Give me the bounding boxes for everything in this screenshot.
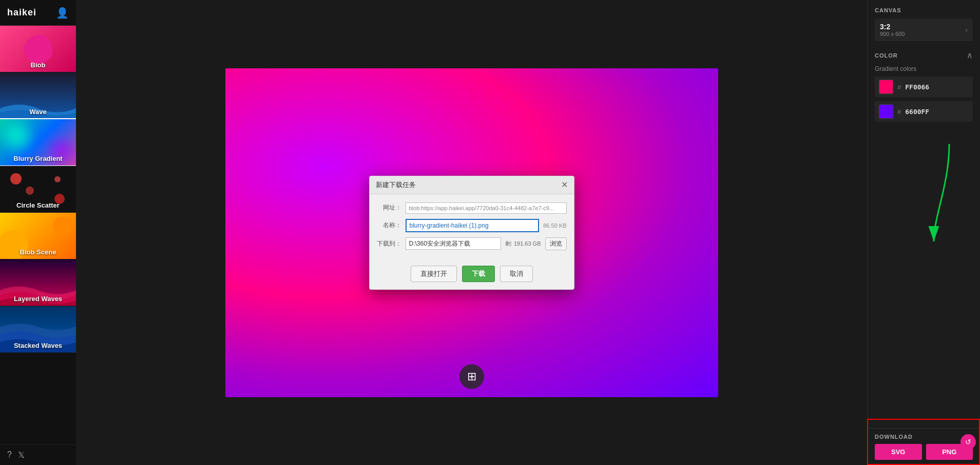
dialog-path-remaining: 剩: 191.63 GB xyxy=(505,240,541,248)
dialog-path-row: 下载到： 剩: 191.63 GB 浏览 xyxy=(377,237,567,250)
canvas-wrapper: 新建下载任务 ✕ 网址： 名称： 86.50 KB xyxy=(225,68,718,397)
hash-2: # xyxy=(897,108,901,116)
canvas-size-info: 3:2 900 x 600 xyxy=(880,23,905,37)
dialog-url-input[interactable] xyxy=(406,202,567,214)
dialog-path-input[interactable] xyxy=(406,237,501,250)
wave-thumb: Wave xyxy=(0,72,76,119)
sidebar-bottom: ? 𝕏 xyxy=(0,444,76,465)
color-hex-1: FF0066 xyxy=(905,83,929,91)
blurry-gradient-label: Blurry Gradient xyxy=(0,153,76,165)
download-section: DOWNLOAD SVG PNG xyxy=(868,428,980,465)
sidebar-item-blob-scene[interactable]: Blob Scene xyxy=(0,213,76,259)
dialog-filename-input[interactable] xyxy=(406,219,540,232)
sidebar-item-wave[interactable]: Wave xyxy=(0,72,76,119)
blob-scene-label: Blob Scene xyxy=(0,246,76,259)
canvas-size-chevron: › xyxy=(965,26,968,34)
sidebar-item-blurry-gradient[interactable]: Blurry Gradient xyxy=(0,119,76,166)
blob-scene-thumb: Blob Scene xyxy=(0,213,76,259)
download-buttons: SVG PNG xyxy=(875,444,973,460)
dialog-name-row: 名称： 86.50 KB xyxy=(377,219,567,232)
download-dialog: 新建下载任务 ✕ 网址： 名称： 86.50 KB xyxy=(369,176,574,290)
dialog-name-label: 名称： xyxy=(377,221,401,230)
download-svg-button[interactable]: SVG xyxy=(875,444,922,460)
dialog-close-button[interactable]: ✕ xyxy=(561,181,568,189)
right-panel: CANVAS 3:2 900 x 600 › COLOR ∧ Gradient … xyxy=(867,0,980,465)
canvas-ratio: 3:2 xyxy=(880,23,905,31)
canvas-size-row[interactable]: 3:2 900 x 600 › xyxy=(875,18,973,41)
download-title: DOWNLOAD xyxy=(875,434,973,440)
color-collapse-button[interactable]: ∧ xyxy=(967,50,973,60)
circle-scatter-label: Circle Scatter xyxy=(0,199,76,212)
green-arrow-annotation xyxy=(929,144,970,247)
color-section: COLOR ∧ Gradient colors # FF0066 # 6600F… xyxy=(875,50,973,126)
blurry-gradient-thumb: Blurry Gradient xyxy=(0,119,76,165)
dialog-path-label: 下载到： xyxy=(377,239,401,248)
twitter-icon[interactable]: 𝕏 xyxy=(18,450,25,460)
sidebar-header: haikei 👤 xyxy=(0,0,76,26)
gradient-colors-label: Gradient colors xyxy=(875,65,973,72)
sidebar-item-blob[interactable]: Blob xyxy=(0,26,76,72)
color-section-header: COLOR ∧ xyxy=(875,50,973,60)
stacked-waves-thumb: Stacked Waves xyxy=(0,306,76,352)
layered-waves-label: Layered Waves xyxy=(0,293,76,306)
dialog-open-button[interactable]: 直接打开 xyxy=(411,266,457,282)
circle-scatter-thumb: Circle Scatter xyxy=(0,166,76,212)
dialog-cancel-button[interactable]: 取消 xyxy=(500,266,533,282)
dialog-url-label: 网址： xyxy=(377,203,401,212)
dialog-url-row: 网址： xyxy=(377,202,567,214)
canvas-section-title: CANVAS xyxy=(875,7,973,13)
canvas-dims: 900 x 600 xyxy=(880,31,905,37)
main-canvas-area: 新建下载任务 ✕ 网址： 名称： 86.50 KB xyxy=(76,0,867,465)
dialog-filesize: 86.50 KB xyxy=(543,222,566,229)
dialog-browse-button[interactable]: 浏览 xyxy=(545,237,567,250)
dialog-download-button[interactable]: 下载 xyxy=(462,266,495,282)
color-row-2[interactable]: # 6600FF xyxy=(875,101,973,122)
download-png-button[interactable]: PNG xyxy=(926,444,973,460)
help-icon[interactable]: ? xyxy=(7,450,12,460)
color-swatch-1 xyxy=(879,80,893,94)
color-section-title: COLOR xyxy=(875,52,898,59)
color-swatch-2 xyxy=(879,104,893,119)
hash-1: # xyxy=(897,83,901,91)
sidebar-item-circle-scatter[interactable]: Circle Scatter xyxy=(0,166,76,213)
wave-label: Wave xyxy=(0,106,76,119)
color-row-1[interactable]: # FF0066 xyxy=(875,77,973,97)
dialog-body: 网址： 名称： 86.50 KB 下载到： 剩: 191.63 GB xyxy=(370,194,574,262)
color-hex-2: 6600FF xyxy=(905,108,929,116)
dialog-footer: 直接打开 下载 取消 xyxy=(370,262,574,289)
app-logo: haikei xyxy=(7,7,36,18)
blob-thumb: Blob xyxy=(0,26,76,72)
dialog-overlay: 新建下载任务 ✕ 网址： 名称： 86.50 KB xyxy=(225,68,718,397)
dialog-title-bar: 新建下载任务 ✕ xyxy=(370,176,574,194)
sidebar: haikei 👤 Blob Wave Blurry Gradient xyxy=(0,0,76,465)
sidebar-item-stacked-waves[interactable]: Stacked Waves xyxy=(0,306,76,353)
user-icon[interactable]: 👤 xyxy=(56,7,69,19)
sidebar-item-layered-waves[interactable]: Layered Waves xyxy=(0,259,76,306)
layered-waves-thumb: Layered Waves xyxy=(0,259,76,306)
stacked-waves-label: Stacked Waves xyxy=(0,340,76,352)
dialog-title: 新建下载任务 xyxy=(376,180,416,190)
